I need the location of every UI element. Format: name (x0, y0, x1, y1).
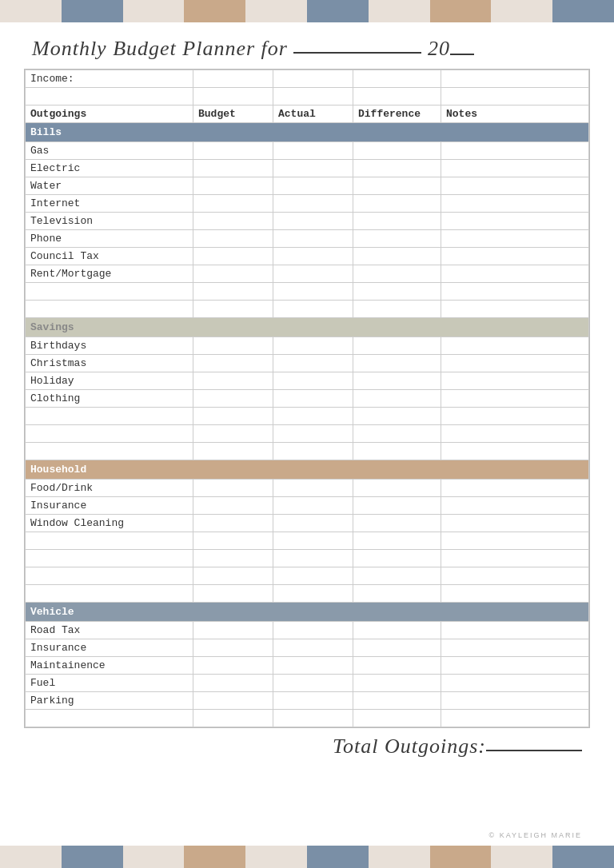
diff-internet[interactable] (353, 195, 441, 213)
notes-insurance-household[interactable] (441, 497, 589, 515)
year-blank[interactable] (450, 54, 474, 55)
actual-rent-mortgage[interactable] (273, 265, 353, 283)
actual-electric[interactable] (273, 160, 353, 177)
section-header-bills: Bills (26, 123, 589, 142)
diff-gas[interactable] (353, 142, 441, 160)
diff-electric[interactable] (353, 160, 441, 177)
bottom-deco-seg-3 (123, 846, 185, 868)
diff-birthdays[interactable] (353, 337, 441, 355)
budget-electric[interactable] (193, 160, 273, 177)
label-road-tax: Road Tax (26, 622, 193, 639)
notes-fuel[interactable] (441, 675, 589, 692)
income-notes-cell[interactable] (441, 70, 589, 88)
diff-holiday[interactable] (353, 372, 441, 390)
actual-window-cleaning[interactable] (273, 515, 353, 532)
diff-fuel[interactable] (353, 675, 441, 692)
actual-gas[interactable] (273, 142, 353, 160)
total-outgoings-blank[interactable] (486, 750, 582, 751)
notes-food-drink[interactable] (441, 480, 589, 497)
actual-birthdays[interactable] (273, 337, 353, 355)
diff-food-drink[interactable] (353, 480, 441, 497)
notes-christmas[interactable] (441, 355, 589, 372)
actual-fuel[interactable] (273, 675, 353, 692)
notes-clothing[interactable] (441, 390, 589, 408)
diff-insurance-household[interactable] (353, 497, 441, 515)
actual-television[interactable] (273, 213, 353, 230)
budget-rent-mortgage[interactable] (193, 265, 273, 283)
bottom-deco-seg-5 (245, 846, 307, 868)
budget-council-tax[interactable] (193, 248, 273, 265)
budget-christmas[interactable] (193, 355, 273, 372)
budget-television[interactable] (193, 213, 273, 230)
diff-television[interactable] (353, 213, 441, 230)
deco-seg-3 (123, 0, 185, 22)
actual-food-drink[interactable] (273, 480, 353, 497)
diff-christmas[interactable] (353, 355, 441, 372)
diff-phone[interactable] (353, 230, 441, 248)
notes-birthdays[interactable] (441, 337, 589, 355)
budget-food-drink[interactable] (193, 480, 273, 497)
actual-parking[interactable] (273, 692, 353, 710)
bills-label: Bills (26, 123, 589, 142)
diff-window-cleaning[interactable] (353, 515, 441, 532)
actual-council-tax[interactable] (273, 248, 353, 265)
top-deco-bar (0, 0, 614, 22)
row-phone: Phone (26, 230, 589, 248)
diff-rent-mortgage[interactable] (353, 265, 441, 283)
budget-window-cleaning[interactable] (193, 515, 273, 532)
notes-window-cleaning[interactable] (441, 515, 589, 532)
budget-fuel[interactable] (193, 675, 273, 692)
notes-maintainence[interactable] (441, 657, 589, 675)
diff-maintainence[interactable] (353, 657, 441, 675)
notes-holiday[interactable] (441, 372, 589, 390)
col-header-difference: Difference (353, 106, 441, 123)
budget-road-tax[interactable] (193, 622, 273, 639)
budget-holiday[interactable] (193, 372, 273, 390)
notes-rent-mortgage[interactable] (441, 265, 589, 283)
actual-phone[interactable] (273, 230, 353, 248)
actual-holiday[interactable] (273, 372, 353, 390)
actual-clothing[interactable] (273, 390, 353, 408)
notes-internet[interactable] (441, 195, 589, 213)
actual-insurance-vehicle[interactable] (273, 639, 353, 657)
budget-insurance-vehicle[interactable] (193, 639, 273, 657)
notes-phone[interactable] (441, 230, 589, 248)
actual-insurance-household[interactable] (273, 497, 353, 515)
diff-parking[interactable] (353, 692, 441, 710)
name-blank[interactable] (293, 52, 421, 54)
label-insurance-vehicle: Insurance (26, 639, 193, 657)
actual-road-tax[interactable] (273, 622, 353, 639)
actual-maintainence[interactable] (273, 657, 353, 675)
actual-water[interactable] (273, 177, 353, 195)
notes-road-tax[interactable] (441, 622, 589, 639)
budget-clothing[interactable] (193, 390, 273, 408)
notes-electric[interactable] (441, 160, 589, 177)
budget-insurance-household[interactable] (193, 497, 273, 515)
diff-water[interactable] (353, 177, 441, 195)
bottom-deco-seg-6 (307, 846, 369, 868)
budget-water[interactable] (193, 177, 273, 195)
budget-internet[interactable] (193, 195, 273, 213)
row-insurance-vehicle: Insurance (26, 639, 589, 657)
income-budget-cell[interactable] (193, 70, 273, 88)
notes-council-tax[interactable] (441, 248, 589, 265)
budget-birthdays[interactable] (193, 337, 273, 355)
notes-water[interactable] (441, 177, 589, 195)
notes-gas[interactable] (441, 142, 589, 160)
budget-gas[interactable] (193, 142, 273, 160)
notes-television[interactable] (441, 213, 589, 230)
diff-clothing[interactable] (353, 390, 441, 408)
diff-insurance-vehicle[interactable] (353, 639, 441, 657)
budget-parking[interactable] (193, 692, 273, 710)
income-diff-cell[interactable] (353, 70, 441, 88)
budget-maintainence[interactable] (193, 657, 273, 675)
diff-council-tax[interactable] (353, 248, 441, 265)
notes-insurance-vehicle[interactable] (441, 639, 589, 657)
income-actual-cell[interactable] (273, 70, 353, 88)
notes-parking[interactable] (441, 692, 589, 710)
actual-internet[interactable] (273, 195, 353, 213)
diff-road-tax[interactable] (353, 622, 441, 639)
budget-phone[interactable] (193, 230, 273, 248)
actual-christmas[interactable] (273, 355, 353, 372)
deco-seg-7 (369, 0, 430, 22)
